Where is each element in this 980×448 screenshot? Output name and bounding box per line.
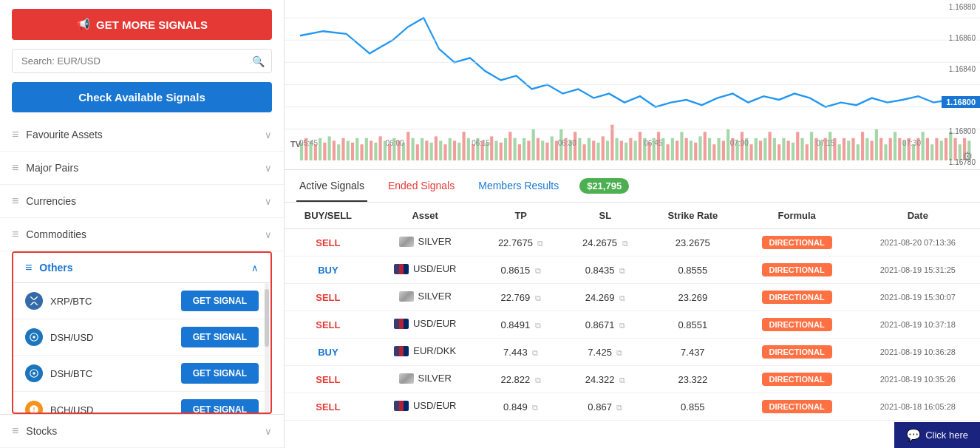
list-item: DSH/BTC GET SIGNAL [13,356,270,392]
cell-tp: 7.443 ⧉ [479,339,563,366]
cell-sl: 24.269 ⧉ [563,284,647,311]
cell-asset: USD/EUR [372,257,479,284]
cell-type: SELL [285,284,372,311]
asset-name: DSH/USD [50,332,174,343]
signals-table: BUY/SELL Asset TP SL Strike Rate Formula… [285,203,980,421]
table-row: SELL SILVER 22.769 ⧉ 24.269 ⧉ 23.269 DIR… [285,284,980,311]
sidebar-item-currencies[interactable]: ≡ Currencies ∨ [0,185,284,218]
time-label: 05:45 [299,139,318,147]
time-label: 06:00 [386,139,404,147]
list-icon: ≡ [12,424,18,438]
tab-members-results[interactable]: Members Results [475,171,562,202]
chevron-down-icon: ∨ [265,129,272,140]
col-tp: TP [479,203,563,229]
members-badge: $21,795 [579,178,629,194]
major-label: Major Pairs [26,162,265,174]
cell-tp: 22.822 ⧉ [479,366,563,393]
list-icon: ≡ [12,128,18,141]
cell-type: SELL [285,393,372,421]
svg-point-3 [33,372,35,375]
cell-asset: EUR/DKK [372,339,479,366]
signal-icon: 📢 [76,18,90,31]
asset-name: DSH/BTC [50,368,174,379]
list-icon: ≡ [25,261,32,274]
cell-type: BUY [285,339,372,366]
check-signals-button[interactable]: Check Available Signals [12,82,272,112]
chevron-down-icon: ∨ [265,426,272,437]
svg-rect-142 [940,140,943,160]
chat-icon: 💬 [906,428,921,442]
cell-date: 2021-08-19 15:31:25 [856,257,980,284]
get-signal-bchusd-button[interactable]: GET SIGNAL [181,399,259,414]
others-panel: ≡ Others ∧ XRP/BTC GET SIGNAL DSH/USD GE… [12,251,272,414]
cell-formula: DIRECTIONAL [738,339,856,366]
cell-asset: USD/EUR [372,393,479,421]
price-tick: 1.16800 [949,127,976,135]
sidebar-item-commodities[interactable]: ≡ Commodities ∨ [0,218,284,251]
cell-date: 2021-08-19 10:35:26 [856,366,980,393]
chart-settings-icon[interactable]: ⚙ [962,149,973,163]
search-input[interactable] [12,49,272,73]
cell-asset: SILVER [372,366,479,393]
chart-area: 05:45 06:00 06:15 06:30 06:45 07:00 07:1… [285,0,980,170]
search-wrap: 🔍 [12,49,272,73]
chevron-down-icon: ∨ [265,163,272,174]
cell-tp: 0.849 ⧉ [479,393,563,421]
col-formula: Formula [738,203,856,229]
get-signal-dshbtc-button[interactable]: GET SIGNAL [181,363,259,384]
sidebar-item-stocks[interactable]: ≡ Stocks ∨ [0,414,284,448]
currencies-label: Currencies [26,195,265,207]
cell-strike: 0.8555 [647,257,738,284]
time-axis: 05:45 06:00 06:15 06:30 06:45 07:00 07:1… [285,139,936,147]
commodities-label: Commodities [26,228,265,240]
tab-active-signals[interactable]: Active Signals [296,171,367,202]
price-tick: 1.16860 [949,34,976,42]
click-here-button[interactable]: 💬 Click here [894,422,980,448]
cell-strike: 0.855 [647,393,738,421]
table-row: SELL SILVER 22.7675 ⧉ 24.2675 ⧉ 23.2675 … [285,229,980,257]
dash-icon [25,364,43,382]
table-row: SELL SILVER 22.822 ⧉ 24.322 ⧉ 23.322 DIR… [285,366,980,393]
chevron-down-icon: ∨ [265,196,272,207]
sidebar-item-favourite[interactable]: ≡ Favourite Assets ∨ [0,118,284,152]
search-icon: 🔍 [252,55,265,67]
cell-sl: 7.425 ⧉ [563,339,647,366]
cell-formula: DIRECTIONAL [738,257,856,284]
cell-formula: DIRECTIONAL [738,393,856,421]
get-more-signals-button[interactable]: 📢 GET MORE SIGNALS [12,9,272,40]
tab-ended-signals[interactable]: Ended Signals [385,171,457,202]
cell-strike: 23.2675 [647,229,738,257]
cell-date: 2021-08-19 10:36:28 [856,339,980,366]
sidebar-item-others[interactable]: ≡ Others ∧ [13,253,270,283]
time-label: 07:15 [816,139,834,147]
col-buy-sell: BUY/SELL [285,203,372,229]
col-strike: Strike Rate [647,203,738,229]
cell-date: 2021-08-19 15:30:07 [856,284,980,311]
cell-asset: SILVER [372,229,479,257]
get-signal-dshusd-button[interactable]: GET SIGNAL [181,327,259,347]
cell-sl: 24.322 ⧉ [563,366,647,393]
tabs-bar: Active Signals Ended Signals Members Res… [285,170,980,203]
others-label: Others [39,262,251,274]
main-content: 05:45 06:00 06:15 06:30 06:45 07:00 07:1… [285,0,980,448]
sidebar: 📢 GET MORE SIGNALS 🔍 Check Available Sig… [0,0,285,448]
cell-strike: 7.437 [647,339,738,366]
current-price-label: 1.16800 [942,96,980,108]
list-item: BCH/USD GET SIGNAL [13,392,270,414]
col-sl: SL [563,203,647,229]
cell-type: BUY [285,257,372,284]
click-here-label: Click here [925,430,968,441]
signals-table-wrap: BUY/SELL Asset TP SL Strike Rate Formula… [285,203,980,448]
list-item: XRP/BTC GET SIGNAL [13,283,270,319]
table-row: BUY USD/EUR 0.8615 ⧉ 0.8435 ⧉ 0.8555 DIR… [285,257,980,284]
cell-sl: 0.8671 ⧉ [563,311,647,339]
chevron-up-icon: ∧ [251,262,259,274]
time-label: 07:00 [730,139,749,147]
cell-date: 2021-08-19 10:37:18 [856,311,980,339]
time-label: 06:15 [472,139,490,147]
cell-date: 2021-08-18 16:05:28 [856,393,980,421]
sidebar-item-major[interactable]: ≡ Major Pairs ∨ [0,152,284,185]
col-asset: Asset [372,203,479,229]
get-signal-xrp-button[interactable]: GET SIGNAL [181,291,259,311]
svg-point-1 [33,336,35,339]
